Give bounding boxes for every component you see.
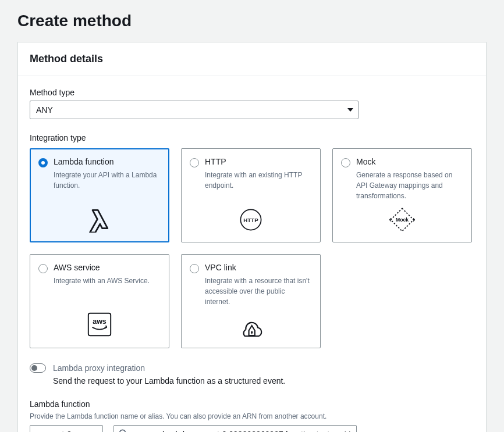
aws-service-icon: aws	[38, 305, 161, 338]
tile-title: VPC link	[205, 263, 236, 272]
tile-lambda-function[interactable]: Lambda function Integrate your API with …	[30, 148, 169, 242]
tile-mock[interactable]: Mock Generate a response based on API Ga…	[332, 148, 472, 242]
chevron-down-icon	[347, 108, 353, 112]
radio-mock[interactable]	[341, 158, 350, 167]
tile-vpc-link[interactable]: VPC link Integrate with a resource that …	[181, 254, 321, 348]
method-type-value: ANY	[36, 105, 53, 115]
svg-point-8	[120, 430, 125, 432]
lambda-function-label: Lambda function	[30, 399, 474, 409]
radio-lambda-function[interactable]	[38, 158, 48, 167]
clear-input-button[interactable]	[342, 429, 353, 432]
tile-desc: Integrate with an AWS Service.	[54, 276, 161, 286]
tile-desc: Generate a response based on API Gateway…	[356, 170, 463, 201]
tile-title: AWS service	[54, 263, 100, 272]
method-details-panel: Method details Method type ANY Integrati…	[17, 42, 487, 432]
radio-http[interactable]	[190, 158, 199, 167]
integration-type-label: Integration type	[30, 133, 474, 142]
mock-icon: Mock	[341, 201, 463, 233]
radio-aws-service[interactable]	[38, 264, 48, 273]
tile-title: Mock	[356, 157, 375, 166]
http-icon: HTTP	[190, 201, 312, 233]
lambda-icon	[38, 200, 161, 233]
lambda-function-input[interactable]	[114, 426, 356, 432]
vpc-link-icon	[190, 307, 312, 338]
svg-text:aws: aws	[93, 317, 107, 326]
lambda-proxy-toggle[interactable]	[30, 363, 46, 373]
lambda-function-help: Provide the Lambda function name or alia…	[30, 412, 474, 420]
page-title: Create method	[17, 12, 487, 30]
tile-http[interactable]: HTTP Integrate with an existing HTTP end…	[181, 148, 321, 242]
lambda-region-value: us-west-2	[36, 430, 72, 432]
lambda-function-input-wrap	[113, 425, 357, 432]
search-icon	[119, 429, 127, 433]
tile-aws-service[interactable]: AWS service Integrate with an AWS Servic…	[30, 254, 169, 348]
radio-vpc-link[interactable]	[190, 264, 199, 273]
integration-type-tiles: Lambda function Integrate your API with …	[30, 148, 474, 348]
svg-text:Mock: Mock	[396, 217, 409, 223]
tile-desc: Integrate with a resource that isn't acc…	[205, 276, 312, 307]
tile-desc: Integrate with an existing HTTP endpoint…	[205, 170, 312, 191]
tile-title: Lambda function	[54, 157, 114, 166]
lambda-proxy-label: Lambda proxy integration	[53, 363, 145, 373]
panel-heading: Method details	[30, 53, 474, 65]
lambda-region-select[interactable]: us-west-2	[30, 425, 103, 432]
tile-title: HTTP	[205, 157, 226, 166]
method-type-select[interactable]: ANY	[30, 101, 359, 119]
method-type-label: Method type	[30, 88, 474, 97]
svg-text:HTTP: HTTP	[243, 217, 258, 223]
panel-header: Method details	[18, 42, 486, 76]
lambda-proxy-desc: Send the request to your Lambda function…	[53, 376, 474, 385]
tile-desc: Integrate your API with a Lambda functio…	[54, 170, 161, 191]
